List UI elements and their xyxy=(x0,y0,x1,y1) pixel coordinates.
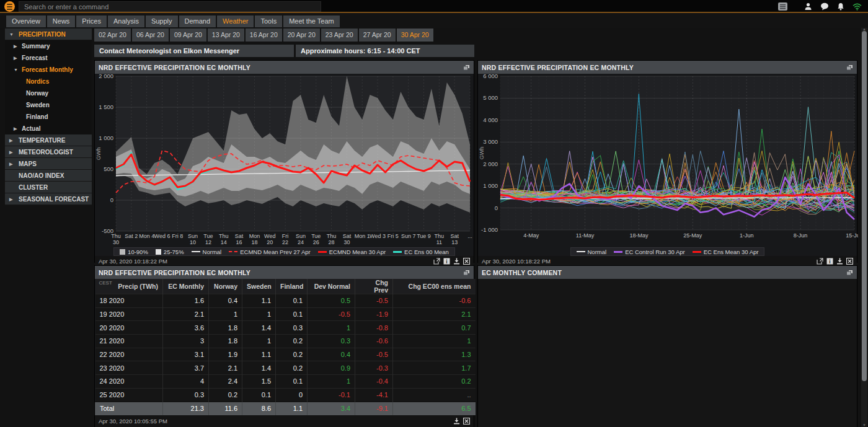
open-window-icon[interactable] xyxy=(433,258,440,265)
command-search-input[interactable] xyxy=(19,1,321,12)
date-tab-09-apr-20[interactable]: 09 Apr 20 xyxy=(170,29,206,42)
wifi-icon[interactable] xyxy=(852,3,862,11)
table-cell: 1 xyxy=(242,307,276,321)
sidebar-item-actual[interactable]: ▶Actual xyxy=(5,123,92,134)
table-header-precip-twh[interactable]: CESTPrecip (TWh) xyxy=(95,279,163,294)
table-cell: 6.5 xyxy=(393,402,476,415)
date-tab-23-apr-20[interactable]: 23 Apr 20 xyxy=(321,29,358,42)
sidebar-item-norway[interactable]: Norway xyxy=(5,87,92,99)
nav-tab-tools[interactable]: Tools xyxy=(255,15,282,27)
download-icon[interactable] xyxy=(453,418,460,425)
download-icon[interactable] xyxy=(453,258,460,265)
table-header-chg-ec00-ens-mean[interactable]: Chg EC00 ens mean xyxy=(393,279,476,294)
table-header-dev-normal[interactable]: Dev Normal xyxy=(308,279,355,294)
nav-tab-analysis[interactable]: Analysis xyxy=(108,15,144,27)
table-total-row[interactable]: Total21.311.68.61.13.4-9.16.5 xyxy=(95,402,476,415)
nav-tab-supply[interactable]: Supply xyxy=(146,15,178,27)
legend-label: ECMND Mean Prev 27 Apr xyxy=(240,249,311,255)
svg-text:-1 000: -1 000 xyxy=(481,226,498,233)
svg-text:12: 12 xyxy=(205,239,211,245)
info-icon[interactable]: i xyxy=(443,258,450,265)
date-tab-16-apr-20[interactable]: 16 Apr 20 xyxy=(246,29,282,42)
table-timestamp: Apr 30, 2020 10:05:55 PM xyxy=(99,418,453,425)
row-label: Total xyxy=(95,402,163,415)
sidebar-item-temperature[interactable]: ▶TEMPERATURE xyxy=(5,134,92,146)
scrollbar-thumb[interactable] xyxy=(862,31,867,381)
nav-tab-demand[interactable]: Demand xyxy=(179,15,216,27)
sidebar-item-nordics[interactable]: Nordics xyxy=(5,76,92,87)
date-tab-30-apr-20[interactable]: 30 Apr 20 xyxy=(397,29,433,42)
panel-header: EC MONTHLY COMMENT xyxy=(478,266,857,279)
table-cell: 1.9 xyxy=(209,348,242,361)
sidebar-item-precipitation[interactable]: ▼PRECIPITATION xyxy=(5,29,92,40)
download-icon[interactable] xyxy=(836,258,843,265)
table-header-sweden[interactable]: Sweden xyxy=(242,279,276,294)
table-row[interactable]: 25 20200.30.20.10-0.1-4.1.. xyxy=(95,388,476,402)
open-window-icon[interactable] xyxy=(817,258,823,265)
table-cell: 1.8 xyxy=(209,335,242,348)
table-cell: 2.4 xyxy=(209,375,242,389)
nav-tab-weather[interactable]: Weather xyxy=(217,15,254,27)
table-row[interactable]: 22 20203.11.91.10.20.4-0.51.3 xyxy=(95,348,476,361)
app-logo-icon[interactable] xyxy=(4,1,15,12)
chart-legend: 10-90%25-75%NormalECMND Mean Prev 27 Apr… xyxy=(113,247,455,256)
popout-icon[interactable] xyxy=(463,270,470,276)
menu-icon[interactable] xyxy=(778,2,787,11)
date-tab-13-apr-20[interactable]: 13 Apr 20 xyxy=(208,29,244,42)
popout-icon[interactable] xyxy=(846,270,853,276)
table-cell: 0.2 xyxy=(209,388,242,402)
popout-icon[interactable] xyxy=(463,64,470,71)
svg-text:Thu: Thu xyxy=(219,233,229,239)
table-header-finland[interactable]: Finland xyxy=(276,279,308,294)
legend-item: 10-90% xyxy=(120,249,148,255)
sidebar-item-cluster[interactable]: CLUSTER xyxy=(5,182,92,193)
user-icon[interactable] xyxy=(804,2,812,11)
sidebar-item-meteorologist[interactable]: ▶METEOROLOGIST xyxy=(5,146,92,158)
row-label: 20 2020 xyxy=(95,321,163,335)
svg-text:Tue: Tue xyxy=(311,233,321,239)
table-header-ec-monthly[interactable]: EC Monthly xyxy=(163,279,209,294)
panel-title: NRD EFFECTIVE PRECIPITATION EC MONTHLY xyxy=(99,64,463,71)
panel-title: NRD EFFECTIVE PRECIPITATION EC MONTHLY xyxy=(482,64,846,71)
scroll-down-icon[interactable]: ▼ xyxy=(862,423,867,427)
table-header-norway[interactable]: Norway xyxy=(209,279,242,294)
sidebar-item-summary[interactable]: ▶Summary xyxy=(5,40,92,52)
sidebar-item-forecast-monthly[interactable]: ▼Forecast Monthly xyxy=(5,64,92,76)
excel-icon[interactable] xyxy=(463,258,470,265)
table-cell: 1 xyxy=(308,321,355,335)
sidebar-item-seasonal-forecast[interactable]: ▶SEASONAL FORECAST xyxy=(5,193,92,205)
chat-icon[interactable] xyxy=(820,2,829,11)
date-tab-02-apr-20[interactable]: 02 Apr 20 xyxy=(94,29,131,42)
legend-label: EC Ens Mean 30 Apr xyxy=(704,249,759,255)
date-tab-06-apr-20[interactable]: 06 Apr 20 xyxy=(132,29,169,42)
date-tab-20-apr-20[interactable]: 20 Apr 20 xyxy=(283,29,320,42)
info-icon[interactable]: i xyxy=(826,258,833,265)
table-cell: 0.2 xyxy=(276,348,308,361)
table-header-chg-prev[interactable]: Chg Prev xyxy=(355,279,393,294)
vertical-scrollbar[interactable]: ▲ ▼ xyxy=(861,28,867,427)
sidebar-item-forecast[interactable]: ▶Forecast xyxy=(5,52,92,64)
nav-tab-overview[interactable]: Overview xyxy=(6,15,46,27)
table-row[interactable]: 24 202042.41.50.11-0.40.2 xyxy=(95,375,476,389)
svg-text:18: 18 xyxy=(251,239,257,245)
table-row[interactable]: 23 20203.72.11.40.20.9-0.31.7 xyxy=(95,361,476,375)
bell-icon[interactable] xyxy=(837,2,844,11)
sidebar-item-sweden[interactable]: Sweden xyxy=(5,99,92,111)
popout-icon[interactable] xyxy=(846,64,853,71)
excel-icon[interactable] xyxy=(846,258,853,265)
table-row[interactable]: 18 20201.60.41.10.10.5-0.5-0.6 xyxy=(95,294,476,308)
sidebar-item-nao-ao-index[interactable]: NAO/AO INDEX xyxy=(5,170,92,182)
excel-icon[interactable] xyxy=(463,418,470,425)
nav-tab-news[interactable]: News xyxy=(47,15,76,27)
chevron-down-icon: ▼ xyxy=(9,29,14,40)
date-tab-27-apr-20[interactable]: 27 Apr 20 xyxy=(359,29,396,42)
nav-tab-prices[interactable]: Prices xyxy=(76,15,107,27)
chevron-down-icon: ▼ xyxy=(14,64,18,76)
table-row[interactable]: 19 20202.1110.1-0.5-1.92.1 xyxy=(95,307,476,321)
sidebar-item-maps[interactable]: ▶MAPS xyxy=(5,158,92,170)
table-row[interactable]: 20 20203.61.81.40.31-0.80.7 xyxy=(95,321,476,335)
sidebar-item-finland[interactable]: Finland xyxy=(5,111,92,123)
nav-tab-meet-the-team[interactable]: Meet the Team xyxy=(283,15,340,27)
table-row[interactable]: 21 202031.810.20.3-0.61 xyxy=(95,335,476,348)
comment-body xyxy=(478,279,857,427)
